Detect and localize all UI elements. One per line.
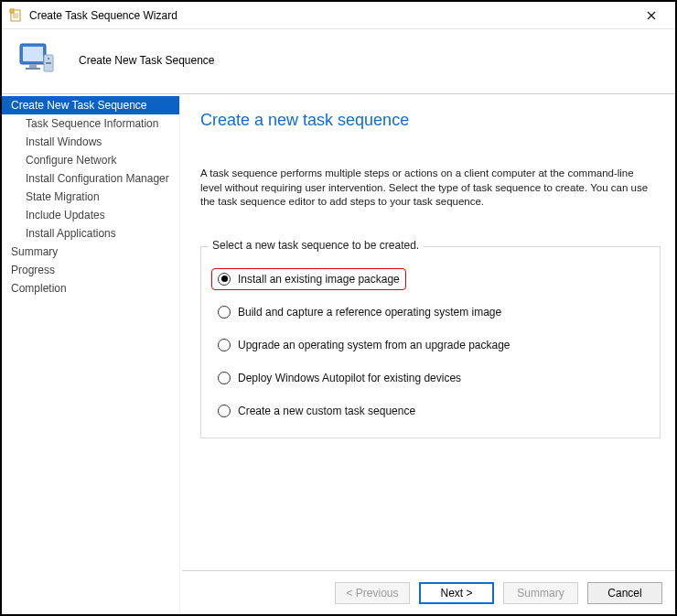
summary-button: Summary	[503, 582, 578, 604]
radio-icon	[218, 372, 231, 384]
sidebar-item[interactable]: Install Windows	[2, 133, 179, 151]
computer-icon	[16, 38, 60, 82]
sidebar-item[interactable]: Install Applications	[2, 224, 179, 243]
svg-rect-3	[23, 47, 43, 61]
sidebar-item[interactable]: Configure Network	[2, 151, 179, 169]
radio-option[interactable]: Create a new custom task sequence	[218, 405, 643, 417]
radio-icon	[218, 273, 231, 286]
radio-icon	[218, 306, 231, 319]
svg-rect-1	[10, 9, 14, 13]
radio-option[interactable]: Build and capture a reference operating …	[218, 306, 643, 319]
content: Create a new task sequence A task sequen…	[180, 94, 675, 613]
radio-group: Install an existing image packageBuild a…	[218, 273, 643, 417]
radio-label: Create a new custom task sequence	[238, 405, 415, 417]
previous-button: < Previous	[335, 582, 410, 604]
radio-icon	[218, 405, 231, 417]
header-title: Create New Task Sequence	[79, 54, 215, 67]
radio-label: Deploy Windows Autopilot for existing de…	[238, 372, 461, 384]
svg-rect-4	[29, 64, 37, 68]
page-description: A task sequence performs multiple steps …	[200, 167, 661, 210]
sidebar-item[interactable]: State Migration	[2, 188, 179, 206]
sidebar-item[interactable]: Include Updates	[2, 206, 179, 224]
svg-rect-5	[26, 68, 40, 70]
radio-option[interactable]: Install an existing image package	[218, 273, 643, 286]
radio-option[interactable]: Deploy Windows Autopilot for existing de…	[218, 372, 643, 384]
sidebar-item[interactable]: Create New Task Sequence	[2, 96, 179, 114]
cancel-button[interactable]: Cancel	[587, 582, 662, 604]
fieldset-legend: Select a new task sequence to be created…	[209, 239, 423, 252]
main: Create New Task SequenceTask Sequence In…	[2, 94, 675, 613]
footer: < Previous Next > Summary Cancel	[182, 570, 675, 614]
sidebar: Create New Task SequenceTask Sequence In…	[2, 94, 180, 613]
radio-label: Upgrade an operating system from an upgr…	[238, 339, 510, 351]
close-button[interactable]	[631, 3, 672, 28]
radio-icon	[218, 339, 231, 351]
sidebar-item[interactable]: Completion	[2, 279, 179, 297]
radio-option[interactable]: Upgrade an operating system from an upgr…	[218, 339, 643, 351]
svg-rect-8	[46, 62, 51, 64]
svg-point-7	[48, 58, 49, 59]
wizard-icon	[9, 8, 24, 23]
header: Create New Task Sequence	[2, 29, 675, 94]
sidebar-item[interactable]: Summary	[2, 243, 179, 261]
radio-label: Build and capture a reference operating …	[238, 306, 501, 319]
sidebar-item[interactable]: Install Configuration Manager	[2, 169, 179, 188]
radio-label: Install an existing image package	[238, 273, 400, 286]
window-title: Create Task Sequence Wizard	[29, 9, 631, 22]
sidebar-item[interactable]: Progress	[2, 261, 179, 279]
titlebar: Create Task Sequence Wizard	[2, 2, 675, 29]
task-sequence-fieldset: Select a new task sequence to be created…	[200, 246, 661, 438]
sidebar-item[interactable]: Task Sequence Information	[2, 114, 179, 133]
next-button[interactable]: Next >	[419, 582, 494, 604]
page-title: Create a new task sequence	[200, 111, 661, 130]
